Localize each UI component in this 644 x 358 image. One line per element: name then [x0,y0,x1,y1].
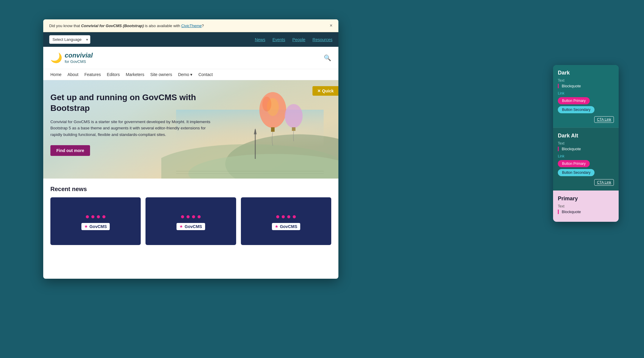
main-header: 🌙 convivial for GovCMS 🔍 [43,47,338,69]
people-icons-3: ● ● ● ● [272,212,300,221]
top-nav-links: News Events People Resources [255,37,332,42]
govcms-label-3: GovCMS [280,224,297,229]
nav-link-resources[interactable]: Resources [312,37,332,42]
panel-dark-alt-btn-secondary[interactable]: Button Secondary [558,169,595,176]
hero-section: Get up and running on GovCMS with Bootst… [43,80,338,179]
person-icon-4: ● [102,212,106,221]
language-select[interactable]: Select Language English French Spanish [49,35,90,44]
person-icon-8: ● [197,212,201,221]
news-card-3-inner: ● ● ● ● ★ GovCMS [272,212,300,230]
person-icon-3: ● [96,212,101,221]
panel-dark-section: Dark Text Blockquote Link Button Primary… [553,65,619,128]
top-nav: Select Language English French Spanish N… [43,32,338,47]
person-icon-2: ● [91,212,95,221]
person-icon-1: ● [85,212,90,221]
announcement-close-button[interactable]: × [330,23,332,28]
balloons-svg [249,83,309,149]
panel-dark-alt-text-label: Text [558,141,614,145]
star-icon-2: ★ [179,224,183,229]
nav-link-news[interactable]: News [255,37,265,42]
news-card-1-inner: ● ● ● ● ★ GovCMS [81,212,110,230]
subnav-home[interactable]: Home [50,72,61,77]
person-icon-9: ● [275,212,280,221]
svg-rect-11 [271,127,275,132]
panel-dark-alt-blockquote: Blockquote [558,147,614,151]
news-card-1[interactable]: ● ● ● ● ★ GovCMS [50,197,141,245]
nav-link-people[interactable]: People [292,37,305,42]
browser-window: Did you know that Convivial for GovCMS (… [43,19,338,279]
style-panel: Dark Text Blockquote Link Button Primary… [553,65,619,222]
panel-primary-title: Primary [558,196,614,202]
person-icon-6: ● [186,212,190,221]
recent-news-title: Recent news [50,186,331,193]
person-icon-7: ● [191,212,196,221]
panel-dark-cta-link[interactable]: CTA Link [594,116,614,123]
panel-dark-blockquote: Blockquote [558,84,614,88]
panel-dark-alt-link-label: Link [558,154,614,158]
govcms-badge-1: ★ GovCMS [81,223,110,230]
announcement-bold: Convivial for GovCMS (Bootstrap) [81,24,144,28]
hero-description: Convivial for GovCMS is a starter site f… [50,119,215,138]
panel-dark-alt-btn-primary[interactable]: Button Primary [558,160,590,167]
news-grid: ● ● ● ● ★ GovCMS ● ● ● [50,197,331,245]
announcement-prefix: Did you know that [49,24,81,28]
subnav-demo[interactable]: Demo ▾ [178,72,192,77]
quick-overlay: ✕ Quick [312,86,338,96]
language-select-wrapper[interactable]: Select Language English French Spanish [49,35,90,44]
panel-primary-blockquote: Blockquote [558,210,614,214]
people-icons-2: ● ● ● ● [177,212,205,221]
person-icon-11: ● [287,212,291,221]
subnav-editors[interactable]: Editors [107,72,120,77]
find-out-more-button[interactable]: Find out more [50,145,90,156]
svg-rect-13 [292,127,295,131]
panel-dark-alt-section: Dark Alt Text Blockquote Link Button Pri… [553,128,619,190]
sub-nav: Home About Features Editors Marketers Si… [43,69,338,80]
subnav-marketers[interactable]: Marketers [126,72,144,77]
svg-point-12 [285,104,303,128]
subnav-features[interactable]: Features [84,72,101,77]
panel-dark-text-label: Text [558,78,614,83]
logo-sub: for GovCMS [65,59,93,64]
search-button[interactable]: 🔍 [324,54,331,61]
announcement-text: Did you know that Convivial for GovCMS (… [49,24,204,28]
person-icon-5: ● [180,212,185,221]
logo-convivial: convivial [65,52,93,59]
nav-link-events[interactable]: Events [273,37,285,42]
announcement-bar: Did you know that Convivial for GovCMS (… [43,19,338,32]
logo-text: convivial for GovCMS [65,52,93,64]
panel-dark-alt-cta-link[interactable]: CTA Link [594,179,614,186]
hero-title: Get up and running on GovCMS with Bootst… [50,92,215,114]
person-icon-12: ● [292,212,297,221]
govcms-badge-2: ★ GovCMS [177,223,205,230]
panel-dark-title: Dark [558,70,614,76]
news-card-2-inner: ● ● ● ● ★ GovCMS [177,212,205,230]
svg-point-10 [262,97,271,111]
quick-button[interactable]: ✕ Quick [312,86,338,96]
panel-dark-btn-secondary[interactable]: Button Secondary [558,106,595,113]
announcement-question: ? [202,24,204,28]
govcms-label-2: GovCMS [185,224,202,229]
govcms-badge-3: ★ GovCMS [272,223,300,230]
subnav-contact[interactable]: Contact [198,72,213,77]
logo-area: 🌙 convivial for GovCMS [50,52,93,64]
person-icon-10: ● [281,212,286,221]
logo-moon-icon: 🌙 [50,52,62,63]
announcement-suffix: is also available with [144,24,181,28]
news-card-3[interactable]: ● ● ● ● ★ GovCMS [241,197,331,245]
hero-content: Get up and running on GovCMS with Bootst… [43,80,222,168]
panel-dark-link-label: Link [558,91,614,95]
govcms-label-1: GovCMS [89,224,107,229]
recent-news-section: Recent news ● ● ● ● ★ GovCMS [43,179,338,245]
people-icons-1: ● ● ● ● [81,212,110,221]
panel-dark-alt-title: Dark Alt [558,133,614,139]
civictheme-link[interactable]: CivicTheme [181,24,202,28]
star-icon-3: ★ [275,224,278,229]
panel-primary-text-label: Text [558,204,614,208]
news-card-2[interactable]: ● ● ● ● ★ GovCMS [145,197,236,245]
subnav-about[interactable]: About [67,72,78,77]
star-icon-1: ★ [84,224,88,229]
panel-primary-section: Primary Text Blockquote [553,190,619,222]
subnav-site-owners[interactable]: Site owners [150,72,172,77]
panel-dark-btn-primary[interactable]: Button Primary [558,97,590,104]
